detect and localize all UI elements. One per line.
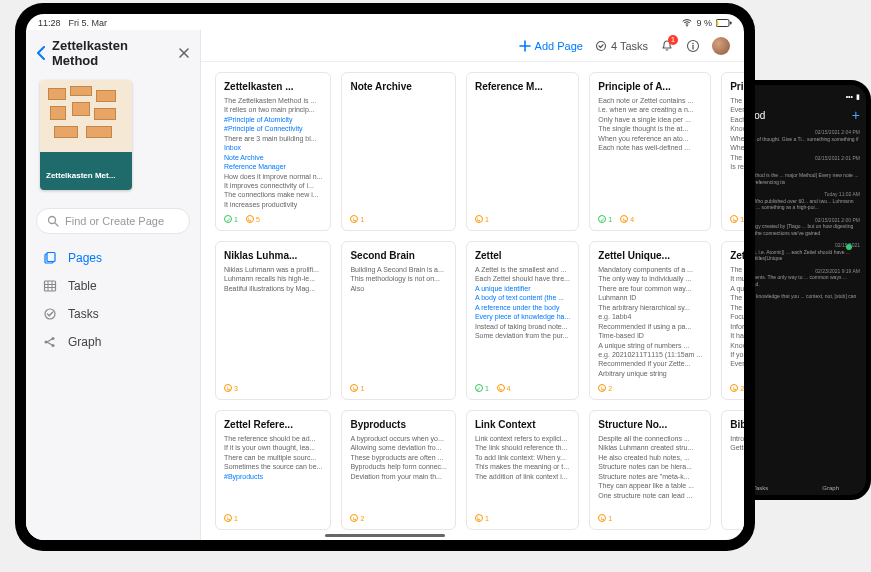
card-line: When you reference an ato... (598, 134, 702, 143)
card-title: Bibliography (730, 419, 744, 430)
topbar: Add Page 4 Tasks 1 (201, 30, 744, 62)
card-title: Reference M... (475, 81, 570, 92)
tasks-label: 4 Tasks (611, 40, 648, 52)
page-thumbnail[interactable]: Zettelkasten Met... (40, 80, 132, 190)
card-line: This methodology is not on... (350, 274, 447, 283)
card-line: i.e. when we are creating a n... (598, 105, 702, 114)
page-card[interactable]: ZettelA Zettel is the smallest and ...Ea… (466, 241, 579, 400)
card-line: Every new Zettel is placed i... (730, 105, 744, 114)
page-card[interactable]: Zettel Refere...The reference should be … (215, 410, 331, 530)
card-title: Byproducts (350, 419, 447, 430)
svg-point-14 (692, 42, 694, 44)
sidebar: Zettelkasten Method (26, 30, 201, 540)
card-line: To add link context: When y... (475, 453, 570, 462)
outbound-links-badge: ↳1 (475, 215, 489, 223)
page-card[interactable]: Note Archive↳1 (341, 72, 456, 231)
card-line: It must be written in your ow... (730, 274, 744, 283)
card-body: Introduction to the Zettelka...Getting S… (730, 434, 744, 509)
avatar[interactable] (712, 37, 730, 55)
card-line: It gives clear guidelines on ... (224, 209, 322, 210)
card-line: Sometimes the source can be... (224, 462, 322, 471)
add-label: Add Page (535, 40, 583, 52)
add-page-button[interactable]: Add Page (519, 40, 583, 52)
thumbnail-label: Zettelkasten Met... (46, 171, 126, 180)
card-line: Mandatory components of a ... (598, 265, 702, 274)
page-card[interactable]: Principle of A...Each note or Zettel con… (589, 72, 711, 231)
outbound-links-badge: ↳4 (620, 215, 634, 223)
card-body: A Zettel is the smallest and ...Each Zet… (475, 265, 570, 379)
card-footer: ↳1 (224, 513, 322, 523)
card-line: Deviation from your main th... (350, 472, 447, 481)
card-body: Niklas Luhmann was a prolifi...Luhmann r… (224, 265, 322, 379)
nav-pages[interactable]: Pages (36, 244, 190, 272)
table-icon (42, 279, 58, 293)
card-body: A byproduct occurs when yo...Allowing so… (350, 434, 447, 509)
card-body: Mandatory components of a ...The only wa… (598, 265, 702, 379)
card-line: Each Zettel should have thre... (475, 274, 570, 283)
ipad-device: 11:28 Fri 5. Mar 9 % Zettelkasten (15, 3, 755, 551)
card-line: Focus on **knowledge**, no... (730, 312, 744, 321)
card-line: A byproduct occurs when yo... (350, 434, 447, 443)
card-line: Only have a single idea per ... (598, 115, 702, 124)
page-card[interactable]: ByproductsA byproduct occurs when yo...A… (341, 410, 456, 530)
card-title: Principle of A... (598, 81, 702, 92)
outbound-links-badge: ↳1 (475, 514, 489, 522)
card-body (350, 96, 447, 210)
page-card[interactable]: Zettel Unique...Mandatory components of … (589, 241, 711, 400)
nav-tasks[interactable]: Tasks (36, 300, 190, 328)
card-line: Link context refers to explici... (475, 434, 570, 443)
search-input[interactable]: Find or Create Page (36, 208, 190, 234)
card-footer: ↳2 (730, 383, 744, 393)
page-card[interactable]: BibliographyIntroduction to the Zettelka… (721, 410, 744, 530)
page-card[interactable]: Zettelkasten ...The Zettelkasten Method … (215, 72, 331, 231)
card-line: #Principle of Connectivity (224, 124, 322, 133)
card-line: A unique string of numbers ... (598, 341, 702, 350)
card-line: Information is 'dead'. E.g. 'T... (730, 322, 744, 331)
card-line: The Zettelkasten Method is ... (224, 96, 322, 105)
notifications-button[interactable]: 1 (660, 39, 674, 53)
phone-add-icon[interactable]: + (852, 107, 860, 123)
inbound-links-badge: ✓1 (598, 215, 612, 223)
nav-graph[interactable]: Graph (36, 328, 190, 356)
card-line: Inbox (224, 143, 322, 152)
card-line: Structure notes are "meta-k... (598, 472, 702, 481)
close-icon[interactable] (178, 47, 190, 59)
card-line: It relies on two main princip... (224, 105, 322, 114)
page-card[interactable]: Zettel BodyThe body contains the piece..… (721, 241, 744, 400)
outbound-links-badge: ↳1 (350, 384, 364, 392)
card-line: A quote may be included bu... (730, 284, 744, 293)
nav-table[interactable]: Table (36, 272, 190, 300)
card-line: A body of text content (the ... (475, 293, 570, 302)
card-footer: ✓1↳5 (224, 214, 322, 224)
page-card[interactable]: Link ContextLink context refers to expli… (466, 410, 579, 530)
page-card[interactable]: Second BrainBuilding A Second Brain is a… (341, 241, 456, 400)
outbound-links-badge: ↳5 (246, 215, 260, 223)
status-date: Fri 5. Mar (69, 18, 108, 28)
card-title: Zettel Refere... (224, 419, 322, 430)
card-footer: ↳3 (224, 383, 322, 393)
card-title: Zettelkasten ... (224, 81, 322, 92)
card-line: Instead of taking broad note... (475, 322, 570, 331)
page-card[interactable]: Niklas Luhma...Niklas Luhmann was a prol… (215, 241, 331, 400)
card-title: Link Context (475, 419, 570, 430)
card-line: A random number or string ... (598, 378, 702, 379)
card-line: A unique identifier (475, 284, 570, 293)
card-title: Note Archive (350, 81, 447, 92)
card-line: Note Archive (224, 153, 322, 162)
phone-tab-graph[interactable]: Graph (822, 485, 839, 491)
page-card[interactable]: Structure No...Despite all the connectio… (589, 410, 711, 530)
card-line: One structure note can lead ... (598, 491, 702, 500)
card-footer: ↳1 (475, 513, 570, 523)
graph-icon (42, 335, 58, 349)
info-icon[interactable] (686, 39, 700, 53)
back-icon[interactable] (36, 46, 46, 60)
card-body: The reference should be ad...If it is yo… (224, 434, 322, 509)
page-card[interactable]: Principle of C...The heavy emphasis on c… (721, 72, 744, 231)
card-line: Reference Manager (224, 162, 322, 171)
page-card[interactable]: Reference M...↳1 (466, 72, 579, 231)
phone-tab-tasks[interactable]: Tasks (753, 485, 768, 491)
card-body: Despite all the connections ...Niklas Lu… (598, 434, 702, 509)
tasks-counter[interactable]: 4 Tasks (595, 40, 648, 52)
card-line: Each note must be placed in... (730, 115, 744, 124)
card-line: The link should reference th... (475, 443, 570, 452)
